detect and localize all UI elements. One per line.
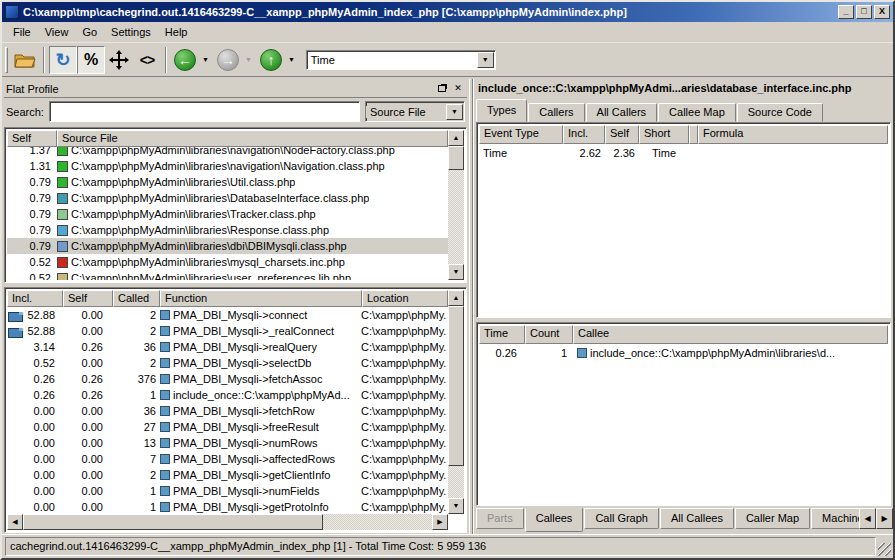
forward-button[interactable]: → xyxy=(214,46,242,74)
file-row[interactable]: 0.79C:\xampp\phpMyAdmin\libraries\Tracke… xyxy=(7,206,448,222)
source-file-list: Self Source File 1.37C:\xampp\phpMyAdmin… xyxy=(4,127,467,283)
file-path: C:\xampp\phpMyAdmin\libraries\navigation… xyxy=(71,160,385,172)
column-header-event-type[interactable]: Event Type xyxy=(479,125,563,144)
relative-percent-button[interactable]: % xyxy=(77,46,105,74)
scrollbar-thumb[interactable] xyxy=(23,514,323,530)
column-header-self[interactable]: Self xyxy=(63,290,113,307)
close-panel-button[interactable]: ✕ xyxy=(451,82,465,95)
function-table-vscrollbar[interactable]: ▲ ▼ xyxy=(448,290,464,514)
back-dropdown-caret[interactable]: ▼ xyxy=(202,56,209,63)
menu-view[interactable]: View xyxy=(38,24,76,40)
column-header-location[interactable]: Location xyxy=(362,290,448,307)
column-header-short[interactable]: Short xyxy=(639,125,689,144)
function-row[interactable]: 0.260.26376PMA_DBI_Mysqli->fetchAssocC:\… xyxy=(7,371,448,387)
tab-scroll-left-icon[interactable]: ◀ xyxy=(859,508,876,529)
tab-callee-map[interactable]: Callee Map xyxy=(658,103,736,122)
scroll-up-icon[interactable]: ▲ xyxy=(448,130,464,146)
function-row[interactable]: 0.000.0027PMA_DBI_Mysqli->freeResultC:\x… xyxy=(7,419,448,435)
function-row[interactable]: 52.880.002PMA_DBI_Mysqli->connectC:\xamp… xyxy=(7,307,448,323)
tab-call-graph[interactable]: Call Graph xyxy=(584,508,659,529)
tab-scroll-right-icon[interactable]: ▶ xyxy=(876,508,893,529)
scroll-down-icon[interactable]: ▼ xyxy=(448,498,464,514)
tab-callees[interactable]: Callees xyxy=(525,508,584,532)
file-row[interactable]: 0.79C:\xampp\phpMyAdmin\libraries\Util.c… xyxy=(7,174,448,190)
function-row[interactable]: 52.880.002PMA_DBI_Mysqli->_realConnectC:… xyxy=(7,323,448,339)
scroll-down-icon[interactable]: ▼ xyxy=(448,264,464,280)
tab-callers[interactable]: Callers xyxy=(528,103,584,122)
function-row[interactable]: 0.000.0013PMA_DBI_Mysqli->numRowsC:\xamp… xyxy=(7,435,448,451)
function-row[interactable]: 0.000.001PMA_DBI_Mysqli->numFieldsC:\xam… xyxy=(7,483,448,499)
column-header-callee[interactable]: Callee xyxy=(573,325,888,344)
column-header-called[interactable]: Called xyxy=(113,290,160,307)
maximize-button[interactable]: □ xyxy=(856,5,872,19)
event-type-row[interactable]: Time 2.62 2.36 Time xyxy=(479,144,888,161)
scroll-right-icon[interactable]: ▶ xyxy=(432,514,448,530)
menu-go[interactable]: Go xyxy=(75,24,104,40)
back-button[interactable]: ← xyxy=(171,46,199,74)
column-header-self[interactable]: Self xyxy=(605,125,639,144)
column-header-count[interactable]: Count xyxy=(525,325,573,344)
function-table-hscrollbar[interactable]: ◀ ▶ xyxy=(7,514,448,530)
menu-file[interactable]: File xyxy=(6,24,38,40)
column-header-spacer[interactable] xyxy=(689,125,698,144)
function-row[interactable]: 0.000.007PMA_DBI_Mysqli->affectedRowsC:\… xyxy=(7,451,448,467)
column-header-time[interactable]: Time xyxy=(479,325,525,344)
tab-caller-map[interactable]: Caller Map xyxy=(735,508,810,529)
scrollbar-thumb[interactable] xyxy=(448,146,464,170)
up-button[interactable]: ↑ xyxy=(257,46,285,74)
scroll-left-icon[interactable]: ◀ xyxy=(7,514,23,530)
function-row[interactable]: 0.260.261include_once::C:\xampp\phpMyAd.… xyxy=(7,387,448,403)
minimize-button[interactable]: _ xyxy=(838,5,854,19)
tab-parts[interactable]: Parts xyxy=(476,508,524,529)
file-row[interactable]: 0.79C:\xampp\phpMyAdmin\libraries\Respon… xyxy=(7,222,448,238)
relative-to-parent-button[interactable] xyxy=(105,46,133,74)
tab-all-callers[interactable]: All Callers xyxy=(586,103,658,122)
column-header-source-file[interactable]: Source File xyxy=(57,130,448,147)
search-input[interactable] xyxy=(49,101,360,122)
location-value: C:\xampp\phpMy. xyxy=(361,389,448,401)
self-value: 0.00 xyxy=(63,309,113,321)
function-row[interactable]: 3.140.2636PMA_DBI_Mysqli->realQueryC:\xa… xyxy=(7,339,448,355)
column-header-formula[interactable]: Formula xyxy=(698,125,888,144)
file-row[interactable]: 0.79C:\xampp\phpMyAdmin\libraries\Databa… xyxy=(7,190,448,206)
event-type-select[interactable]: Time ▼ xyxy=(306,50,496,70)
function-row[interactable]: 0.000.0036PMA_DBI_Mysqli->fetchRowC:\xam… xyxy=(7,403,448,419)
toolbar-handle[interactable] xyxy=(5,47,8,73)
menu-help[interactable]: Help xyxy=(158,24,195,40)
column-header-self[interactable]: Self xyxy=(7,130,57,147)
float-panel-button[interactable] xyxy=(435,82,449,95)
column-header-incl[interactable]: Incl. xyxy=(7,290,63,307)
file-list-scrollbar[interactable]: ▲ ▼ xyxy=(448,130,464,280)
callees-table: Time Count Callee 0.26 1 include_once::C… xyxy=(476,322,891,506)
resize-grip[interactable] xyxy=(878,543,891,556)
tab-source-code[interactable]: Source Code xyxy=(737,103,823,122)
up-dropdown-caret[interactable]: ▼ xyxy=(288,56,295,63)
chevron-down-icon[interactable]: ▼ xyxy=(446,104,463,120)
shorten-templates-button[interactable]: <> xyxy=(133,46,161,74)
group-by-select[interactable]: Source File ▼ xyxy=(365,101,465,122)
function-name: PMA_DBI_Mysqli->selectDb xyxy=(160,357,361,369)
file-row[interactable]: 1.31C:\xampp\phpMyAdmin\libraries\naviga… xyxy=(7,158,448,174)
self-value: 0.00 xyxy=(63,405,113,417)
menu-settings[interactable]: Settings xyxy=(104,24,158,40)
function-row[interactable]: 0.000.002PMA_DBI_Mysqli->getClientInfoC:… xyxy=(7,467,448,483)
cycle-percentage-button[interactable]: ↻ xyxy=(49,46,77,74)
tab-types[interactable]: Types xyxy=(476,99,527,122)
column-header-incl[interactable]: Incl. xyxy=(563,125,605,144)
file-row[interactable]: 0.52C:\xampp\phpMyAdmin\libraries\user_p… xyxy=(7,270,448,280)
column-header-function[interactable]: Function xyxy=(160,290,362,307)
scrollbar-thumb[interactable] xyxy=(448,306,464,466)
file-row[interactable]: 0.52C:\xampp\phpMyAdmin\libraries\mysql_… xyxy=(7,254,448,270)
open-file-button[interactable] xyxy=(11,46,39,74)
tab-all-callees[interactable]: All Callees xyxy=(660,508,734,529)
callee-row[interactable]: 0.26 1 include_once::C:\xampp\phpMyAdmin… xyxy=(479,344,888,361)
called-value: 2 xyxy=(113,357,160,369)
file-row[interactable]: 0.79C:\xampp\phpMyAdmin\libraries\dbi\DB… xyxy=(7,238,448,254)
chevron-down-icon[interactable]: ▼ xyxy=(477,52,494,68)
function-row[interactable]: 0.520.002PMA_DBI_Mysqli->selectDbC:\xamp… xyxy=(7,355,448,371)
function-row[interactable]: 0.000.001PMA_DBI_Mysqli->getProtoInfoC:\… xyxy=(7,499,448,514)
scroll-up-icon[interactable]: ▲ xyxy=(448,290,464,306)
location-value: C:\xampp\phpMy. xyxy=(361,357,448,369)
close-button[interactable]: X xyxy=(874,5,890,19)
file-row[interactable]: 1.37C:\xampp\phpMyAdmin\libraries\naviga… xyxy=(7,147,448,158)
